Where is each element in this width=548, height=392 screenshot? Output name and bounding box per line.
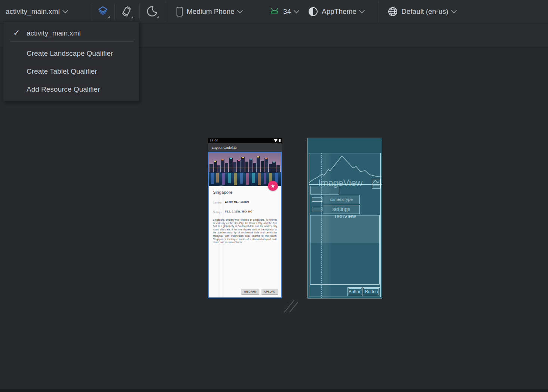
singapore-title-text[interactable]: Singapore [213,190,232,195]
star-icon: ★ [270,183,275,189]
menu-item-create-tablet-qualifier[interactable]: Create Tablet Qualifier [3,63,139,80]
status-bar: 13:00 [208,138,282,143]
toolbar-separator [165,1,165,22]
locale-selector[interactable]: Default (en-us) [388,0,456,23]
dropdown-corner-icon [131,16,133,18]
discard-button[interactable]: DISCARD [241,289,259,294]
blueprint-title-textview[interactable] [310,186,339,195]
device-selector-label: Medium Phone [187,7,235,16]
chevron-down-icon [451,7,457,13]
design-toolbar: activity_main.xml [0,0,548,23]
design-preview-device[interactable]: 13:00 Layout Codelab [208,138,282,298]
menu-item-label: Create Tablet Qualifier [27,67,97,76]
file-variant-selector[interactable]: activity_main.xml [6,0,67,23]
api-level-selector[interactable]: 34 [269,0,299,23]
bottom-window-edge [0,389,548,392]
design-root-layout[interactable]: ★ Singapore Camera 12 MP, f/1.7, 27mm Se… [208,152,282,298]
file-variant-dropdown-menu: ✓ activity_main.xml Create Landscape Qua… [3,22,139,101]
blueprint-button-label: Button [364,288,379,295]
blueprint-cameratype-textview[interactable]: cameraType [323,195,360,204]
chevron-down-icon [62,7,68,13]
blueprint-preview-device[interactable]: ImageView cameraType settings TextView B… [307,138,382,298]
android-icon [269,6,280,18]
theme-contrast-icon [308,5,318,19]
chevron-down-icon [237,7,243,13]
menu-item-label: Add Resource Qualifier [27,85,100,94]
menu-item-activity-main[interactable]: ✓ activity_main.xml [3,25,139,42]
blueprint-camera-label-box[interactable] [312,197,322,202]
upload-button[interactable]: UPLOAD [261,289,278,294]
blueprint-upload-button[interactable]: Button [363,287,380,296]
night-mode-button[interactable] [144,4,159,19]
api-level-label: 34 [283,7,291,16]
device-phone-icon [176,4,183,19]
settings-label-text[interactable]: Settings [213,211,222,214]
menu-item-label: activity_main.xml [27,29,81,37]
menu-item-label: Create Landscape Qualifier [27,49,113,58]
blueprint-settings-label-box[interactable] [312,207,322,211]
favorite-fab-button[interactable]: ★ [268,181,278,191]
camera-label-text[interactable]: Camera [213,201,221,204]
canvas-resize-handle[interactable] [281,297,299,315]
blueprint-discard-button[interactable]: Button [348,287,362,296]
orientation-button[interactable] [119,4,134,19]
dropdown-corner-icon [156,16,159,18]
file-variant-label: activity_main.xml [6,7,60,16]
camera-value-text[interactable]: 12 MP, f/1.7, 27mm [225,200,249,203]
blueprint-guideline[interactable] [321,153,322,298]
blueprint-fab[interactable] [372,179,380,189]
device-selector[interactable]: Medium Phone [176,0,242,23]
card-button-row: DISCARD UPLOAD [241,289,278,294]
wifi-icon [274,139,278,142]
menu-separator [10,42,134,42]
design-surface-selector-button[interactable] [95,4,110,19]
photo-placeholder-icon [372,179,380,188]
battery-icon [279,139,281,142]
app-bar: Layout Codelab [208,143,282,152]
checkmark-icon: ✓ [13,28,20,38]
resize-handle-icon [281,297,299,314]
blueprint-description-textview[interactable]: TextView [310,215,380,285]
globe-icon [388,5,398,19]
layout-editor-surface: activity_main.xml [0,0,548,392]
chevron-down-icon [359,7,365,13]
chevron-down-icon [294,7,300,13]
locale-selector-label: Default (en-us) [401,7,448,16]
theme-selector[interactable]: AppTheme [308,0,364,23]
theme-selector-label: AppTheme [322,7,356,16]
blueprint-imageview[interactable]: ImageView [309,153,382,185]
toolbar-separator [114,4,115,19]
menu-item-create-landscape-qualifier[interactable]: Create Landscape Qualifier [3,45,139,62]
menu-item-add-resource-qualifier[interactable]: Add Resource Qualifier [3,81,139,98]
settings-value-text[interactable]: f/1.7, 1/125s, ISO 200 [225,210,252,213]
toolbar-separator [379,1,379,22]
blueprint-textview-highlight [310,215,379,243]
app-bar-title: Layout Codelab [212,146,237,150]
status-time: 13:00 [208,139,218,142]
dropdown-corner-icon [107,16,110,18]
blueprint-appbar-band [308,138,382,153]
blueprint-settings-textview[interactable]: settings [323,205,360,214]
toolbar-separator [90,4,90,19]
description-text[interactable]: Singapore, officially the Republic of Si… [213,218,277,244]
blueprint-button-label: Button [349,288,361,295]
toolbar-separator [139,4,140,19]
